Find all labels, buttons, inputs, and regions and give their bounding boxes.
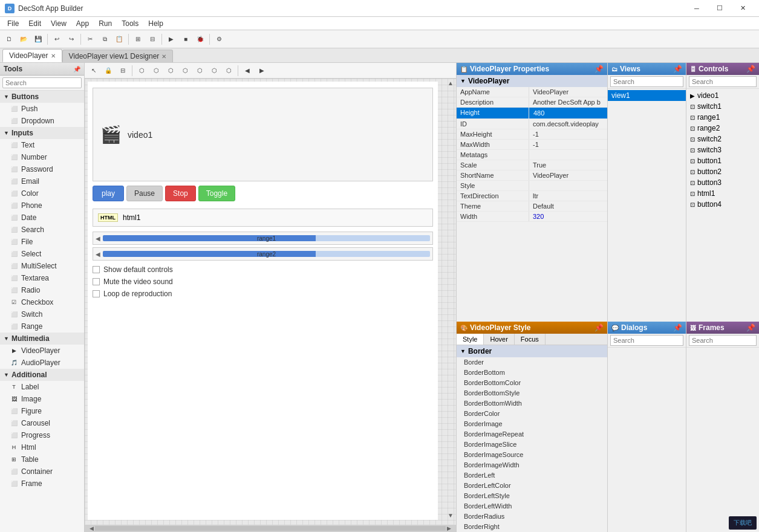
style-tab-focus[interactable]: Focus: [515, 334, 546, 345]
style-item-borderimagesource[interactable]: BorderImageSource: [457, 450, 607, 460]
style-item-borderleft[interactable]: BorderLeft: [457, 470, 607, 481]
dt-align3[interactable]: ⬡: [164, 64, 177, 77]
style-item-borderradius[interactable]: BorderRadius: [457, 511, 607, 522]
style-item-borderbottomwidth[interactable]: BorderBottomWidth: [457, 398, 607, 409]
check-loop-box[interactable]: [93, 290, 100, 297]
tool-carousel[interactable]: ⬜ Carousel: [0, 417, 84, 429]
tool-switch[interactable]: ⬜ Switch: [0, 308, 84, 320]
control-video1[interactable]: ▶ video1: [686, 90, 759, 101]
scroll-up-arrow[interactable]: ▲: [448, 80, 454, 86]
menu-help[interactable]: Help: [143, 18, 168, 29]
tb-settings[interactable]: ⚙: [212, 33, 226, 46]
dt-lock[interactable]: 🔒: [102, 64, 115, 77]
prop-row-theme[interactable]: Theme Default: [457, 201, 607, 212]
prop-row-id[interactable]: ID com.decsoft.videoplay: [457, 119, 607, 129]
control-button4[interactable]: ⊡ button4: [686, 199, 759, 210]
tb-new[interactable]: 🗋: [2, 33, 16, 46]
menu-edit[interactable]: Edit: [24, 18, 46, 29]
menu-tools[interactable]: Tools: [117, 18, 143, 29]
tool-table[interactable]: ⊞ Table: [0, 453, 84, 465]
check-mute-box[interactable]: [93, 278, 100, 285]
frames-pin[interactable]: 📌: [746, 323, 755, 332]
dt-align4[interactable]: ⬡: [178, 64, 192, 77]
tool-image[interactable]: 🖼 Image: [0, 393, 84, 405]
close-button[interactable]: ✕: [731, 0, 754, 17]
style-item-borderimage[interactable]: BorderImage: [457, 419, 607, 429]
check-show-controls[interactable]: Show default controls: [93, 265, 173, 274]
category-additional[interactable]: ▼ Additional: [0, 369, 84, 381]
tool-html[interactable]: H Html: [0, 441, 84, 453]
dt-nav-left[interactable]: ◀: [241, 64, 254, 77]
tool-figure[interactable]: ⬜ Figure: [0, 405, 84, 417]
style-item-borderleftwidth[interactable]: BorderLeftWidth: [457, 501, 607, 511]
control-button1[interactable]: ⊡ button1: [686, 155, 759, 166]
tool-label[interactable]: T Label: [0, 381, 84, 393]
style-item-borderright[interactable]: BorderRight: [457, 522, 607, 532]
category-multimedia[interactable]: ▼ Multimedia: [0, 332, 84, 345]
tool-text[interactable]: ⬜ Text: [0, 139, 84, 151]
scroll-down-arrow[interactable]: ▼: [448, 512, 454, 519]
tb-cut[interactable]: ✂: [83, 33, 97, 46]
style-item-border[interactable]: Border: [457, 357, 607, 368]
tb-grid[interactable]: ⊟: [146, 33, 159, 46]
style-tab-hover[interactable]: Hover: [484, 334, 514, 345]
scroll-left-arrow[interactable]: ◀: [90, 525, 94, 531]
views-search-input[interactable]: [610, 76, 683, 87]
tool-videoplayer[interactable]: ▶ VideoPlayer: [0, 345, 84, 357]
prop-row-description[interactable]: Description Another DecSoft App b: [457, 97, 607, 108]
tool-password[interactable]: ⬜ Password: [0, 163, 84, 175]
control-button2[interactable]: ⊡ button2: [686, 166, 759, 177]
tab-designer[interactable]: VideoPlayer view1 Designer ✕: [62, 50, 174, 62]
prop-row-scale[interactable]: Scale True: [457, 160, 607, 170]
designer-stop-button[interactable]: Stop: [165, 186, 196, 201]
tool-search[interactable]: ⬜ Search: [0, 224, 84, 236]
tb-undo[interactable]: ↩: [50, 33, 64, 46]
tool-push[interactable]: ⬜ Push: [0, 103, 84, 115]
control-switch2[interactable]: ⊡ switch2: [686, 134, 759, 144]
menu-view[interactable]: View: [46, 18, 71, 29]
style-item-borderleftcolor[interactable]: BorderLeftColor: [457, 481, 607, 491]
control-switch1[interactable]: ⊡ switch1: [686, 101, 759, 112]
control-switch3[interactable]: ⊡ switch3: [686, 144, 759, 155]
dt-align7[interactable]: ⬡: [222, 64, 235, 77]
tool-number[interactable]: ⬜ Number: [0, 151, 84, 163]
style-item-borderimagerepeat[interactable]: BorderImageRepeat: [457, 429, 607, 440]
controls-search-input[interactable]: [689, 76, 757, 87]
tool-dropdown[interactable]: ⬜ Dropdown: [0, 115, 84, 127]
tool-range[interactable]: ⬜ Range: [0, 320, 84, 332]
style-item-borderimageslice[interactable]: BorderImageSlice: [457, 440, 607, 450]
style-section-border[interactable]: ▼ Border: [457, 345, 607, 357]
prop-row-appname[interactable]: AppName VideoPlayer: [457, 87, 607, 97]
tool-frame[interactable]: ⬜ Frame: [0, 478, 84, 490]
check-mute[interactable]: Mute the video sound: [93, 277, 173, 286]
prop-value-height[interactable]: 480: [529, 108, 607, 118]
tool-checkbox[interactable]: ☑ Checkbox: [0, 296, 84, 308]
control-button3[interactable]: ⊡ button3: [686, 177, 759, 188]
tb-redo[interactable]: ↪: [65, 33, 78, 46]
check-loop[interactable]: Loop de reproduction: [93, 290, 173, 298]
designer-canvas[interactable]: 🎬 video1 play Pause Stop Toggle HTML htm…: [88, 82, 438, 520]
tool-audioplayer[interactable]: 🎵 AudioPlayer: [0, 357, 84, 369]
tool-radio[interactable]: ⬜ Radio: [0, 284, 84, 296]
props-pin[interactable]: 📌: [594, 65, 604, 73]
tb-run[interactable]: ▶: [165, 33, 178, 46]
control-range2[interactable]: ⊡ range2: [686, 123, 759, 134]
style-item-borderimagewidth[interactable]: BorderImageWidth: [457, 460, 607, 470]
range2-widget[interactable]: ◀ range2: [93, 247, 433, 261]
frames-search-input[interactable]: [689, 335, 757, 346]
dialogs-search-input[interactable]: [610, 335, 683, 346]
view-item-view1[interactable]: view1: [608, 90, 686, 101]
prop-row-height[interactable]: Height 480: [457, 108, 607, 119]
dt-align1[interactable]: ⬡: [135, 64, 148, 77]
tool-container[interactable]: ⬜ Container: [0, 465, 84, 478]
prop-row-maxwidth[interactable]: MaxWidth -1: [457, 140, 607, 150]
tb-stop[interactable]: ■: [179, 33, 192, 46]
category-inputs[interactable]: ▼ Inputs: [0, 127, 84, 139]
horiz-scrollbar[interactable]: ◀ ▶: [85, 525, 456, 532]
tool-file[interactable]: ⬜ File: [0, 236, 84, 248]
prop-row-style[interactable]: Style: [457, 181, 607, 191]
style-item-bordercolor[interactable]: BorderColor: [457, 409, 607, 419]
menu-app[interactable]: App: [71, 18, 94, 29]
designer-pause-button[interactable]: Pause: [126, 186, 163, 201]
dt-nav-right[interactable]: ▶: [255, 64, 269, 77]
